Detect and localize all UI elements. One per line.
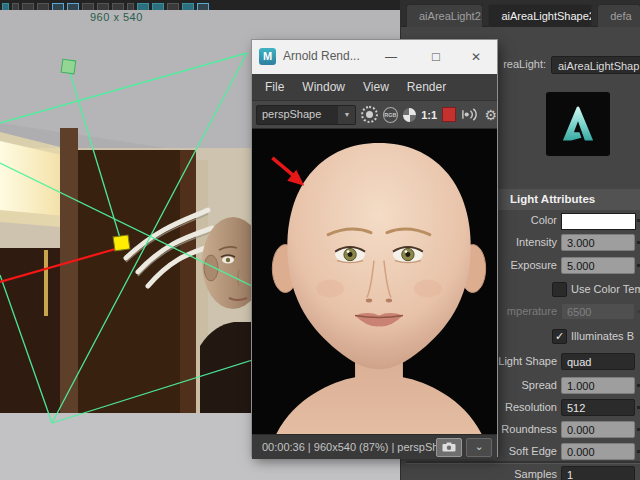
node-name-field[interactable]: aiAreaLightShap (551, 56, 640, 74)
viewport-toolbar-icon[interactable] (52, 3, 64, 10)
annotation-arrow (272, 158, 304, 186)
attr-label: Samples (401, 468, 557, 480)
attr-label: Illuminates B (571, 330, 634, 342)
viewport-toolbar-icon[interactable] (137, 3, 149, 10)
rgb-channel-icon[interactable]: RGB (383, 107, 398, 123)
maya-application: 960 x 540 aiAreaLight2 aiAreaLightShape2… (0, 0, 640, 480)
debug-shading-icon[interactable] (461, 107, 479, 122)
arnold-logo (546, 92, 610, 156)
viewport-toolbar-icon[interactable] (167, 3, 179, 10)
door-frame (60, 128, 78, 413)
viewport-toolbar-icon[interactable] (22, 3, 34, 10)
menubar: File Window View Render (252, 74, 497, 101)
tab-aiarealight2[interactable]: aiAreaLight2 (406, 4, 483, 27)
color-swatch[interactable] (561, 213, 636, 230)
viewport-toolbar-icon[interactable] (182, 3, 194, 10)
tab-aiarealightshape2[interactable]: aiAreaLightShape2 (488, 4, 592, 27)
zoom-ratio-button[interactable]: 1:1 (421, 109, 437, 121)
samples-field[interactable]: 1 (561, 466, 635, 480)
menu-render[interactable]: Render (398, 80, 455, 94)
minimize-button[interactable]: — (382, 48, 400, 66)
render-image[interactable] (252, 129, 497, 434)
background-toggle-icon[interactable] (403, 108, 416, 122)
render-statusbar: 00:00:36 | 960x540 (87%) | perspShap ⌄ (252, 434, 497, 459)
roundness-field[interactable]: 0.000 (561, 421, 635, 438)
snapshot-icon[interactable] (361, 106, 377, 123)
cheek-right (414, 280, 442, 298)
cheek-left (316, 280, 344, 298)
expand-button[interactable]: ⌄ (466, 438, 492, 457)
use-color-temperature-checkbox[interactable] (552, 282, 567, 297)
selected-light-icon[interactable] (113, 235, 130, 251)
viewport-toolbar-icon[interactable] (67, 3, 79, 10)
attribute-editor-tabs: aiAreaLight2 aiAreaLightShape2 defa (401, 0, 640, 27)
window-titlebar[interactable]: M Arnold Rend... — □ ✕ (252, 40, 497, 74)
section-divider (406, 461, 640, 464)
menu-view[interactable]: View (354, 80, 398, 94)
exposure-field[interactable]: 5.000 (561, 257, 635, 274)
camera-selector-value: perspShape (257, 106, 338, 124)
soft-edge-field[interactable]: 0.000 (561, 443, 635, 460)
snapshot-button[interactable] (436, 438, 462, 457)
chevron-down-icon[interactable]: ▼ (338, 106, 355, 124)
maximize-button[interactable]: □ (427, 48, 445, 66)
viewport-toolbar-icon[interactable] (97, 3, 109, 10)
tab-default[interactable]: defa (597, 4, 640, 27)
gear-icon[interactable]: ⚙ (484, 108, 497, 122)
light-shape-dropdown[interactable]: quad (561, 353, 635, 370)
camera-selector[interactable]: perspShape ▼ (256, 105, 356, 125)
viewport-toolbar-icon[interactable] (2, 3, 9, 10)
viewport-toolbar-icon[interactable] (37, 3, 49, 10)
arnold-a-icon (556, 101, 600, 147)
arnold-renderview-window: M Arnold Rend... — □ ✕ File Window View … (252, 40, 497, 456)
rendered-head (252, 129, 497, 434)
close-button[interactable]: ✕ (467, 48, 485, 66)
render-status-text: 00:00:36 | 960x540 (87%) | perspShap (262, 441, 436, 453)
viewport-toolbar-icon[interactable] (197, 3, 209, 10)
door (78, 150, 196, 413)
attr-label: Use Color Tem (571, 283, 640, 295)
head (287, 143, 470, 369)
maya-app-icon: M (259, 48, 276, 65)
viewport-toolbar-icon[interactable] (152, 3, 164, 10)
render-region-icon[interactable] (442, 107, 456, 122)
viewport-toolbar (0, 0, 412, 10)
menu-file[interactable]: File (256, 80, 293, 94)
viewport-toolbar-icon[interactable] (127, 3, 134, 10)
cabinet-handle (44, 250, 48, 316)
manipulator-handle[interactable] (61, 59, 76, 74)
renderview-toolbar: perspShape ▼ RGB 1:1 ⚙ (252, 101, 497, 129)
viewport-toolbar-icon[interactable] (82, 3, 94, 10)
viewport-toolbar-icon[interactable] (112, 3, 124, 10)
illuminates-checkbox[interactable]: ✓ (552, 329, 567, 344)
viewport-toolbar-icon[interactable] (12, 3, 19, 10)
camera-icon (442, 442, 456, 452)
attr-row-samples: Samples 1 (401, 466, 640, 480)
menu-window[interactable]: Window (293, 80, 354, 94)
window-title: Arnold Rend... (283, 49, 360, 63)
spread-field[interactable]: 1.000 (561, 377, 635, 394)
intensity-field[interactable]: 3.000 (561, 234, 635, 251)
resolution-field[interactable]: 512 (561, 399, 635, 416)
temperature-field: 6500 (561, 303, 635, 320)
door-edge (180, 150, 196, 413)
resolution-gate-label: 960 x 540 (90, 11, 143, 23)
